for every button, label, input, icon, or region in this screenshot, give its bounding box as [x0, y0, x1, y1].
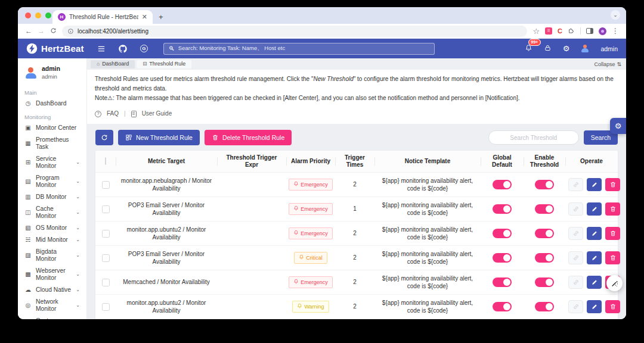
close-button[interactable] — [25, 13, 31, 18]
edit-button[interactable] — [587, 251, 602, 264]
enable-threshold-toggle[interactable] — [535, 180, 554, 189]
browser-menu-icon[interactable]: ⋮ — [612, 27, 619, 35]
gitee-icon[interactable]: G — [140, 45, 148, 52]
sidebar-user[interactable]: adminadmin — [18, 62, 86, 85]
global-default-toggle[interactable] — [493, 277, 512, 287]
minimize-button[interactable] — [35, 13, 41, 18]
bookmark-star-icon[interactable]: ☆ — [532, 27, 540, 35]
select-all-checkbox[interactable] — [105, 157, 106, 165]
browser-profile-avatar[interactable] — [599, 27, 606, 35]
extensions-puzzle-icon[interactable] — [568, 26, 575, 36]
github-icon[interactable] — [119, 45, 127, 53]
notifications-bell-icon[interactable]: 99+ — [525, 43, 532, 54]
user-avatar[interactable] — [581, 45, 589, 53]
sidebar-item-bigdata-monitor[interactable]: ▨Bigdata Monitor⌄ — [18, 246, 86, 265]
username-label[interactable]: admin — [600, 45, 618, 52]
link-button[interactable] — [568, 251, 583, 264]
enable-threshold-cell — [524, 276, 565, 289]
link-button[interactable] — [568, 300, 583, 313]
sidebar-item-os-monitor[interactable]: ▧OS Monitor⌄ — [18, 222, 86, 234]
hertzbeat-brand[interactable]: HertzBeat — [26, 43, 84, 54]
global-default-toggle[interactable] — [493, 302, 512, 311]
link-button[interactable] — [568, 202, 583, 216]
settings-gear-icon[interactable]: ⚙ — [563, 45, 570, 52]
edit-button[interactable] — [587, 202, 602, 216]
new-threshold-button[interactable]: New Threshold Rule — [118, 130, 200, 145]
global-default-toggle[interactable] — [493, 204, 512, 214]
delete-button[interactable] — [605, 202, 620, 216]
faq-link[interactable]: FAQ — [107, 109, 119, 119]
side-panel-icon[interactable] — [586, 28, 593, 34]
menu-fold-icon[interactable] — [97, 45, 106, 53]
sidebar-item-program-monitor[interactable]: ▤Program Monitor⌄ — [18, 172, 86, 191]
enable-threshold-toggle[interactable] — [535, 204, 554, 214]
row-checkbox[interactable] — [102, 254, 110, 262]
global-default-toggle[interactable] — [493, 229, 512, 238]
delete-button[interactable] — [605, 300, 620, 313]
global-default-toggle[interactable] — [493, 180, 512, 189]
extension-icon-c[interactable]: C — [558, 27, 562, 35]
refresh-button[interactable] — [95, 130, 113, 145]
global-default-cell — [481, 202, 524, 216]
address-bar[interactable]: localhost:4200/alert/setting — [62, 26, 527, 37]
browser-tab[interactable]: H Threshold Rule - HertzBeat ✕ — [52, 10, 153, 24]
enable-threshold-cell — [524, 178, 565, 191]
search-threshold-input[interactable] — [488, 130, 579, 145]
edit-button[interactable] — [587, 227, 602, 240]
trigger-times-cell: 2 — [335, 227, 374, 239]
tab-search-chevron-icon[interactable]: ⌄ — [611, 10, 620, 20]
sidebar-item-monitor-center[interactable]: ▣Monitor Center — [18, 122, 86, 134]
sidebar-item-service-monitor[interactable]: ⊞Service Monitor⌄ — [18, 153, 86, 172]
sidebar-item-db-monitor[interactable]: ▥DB Monitor⌄ — [18, 191, 86, 203]
back-icon[interactable]: ← — [25, 27, 32, 35]
delete-button[interactable] — [605, 227, 620, 240]
sidebar-item-cache-monitor[interactable]: ◫Cache Monitor⌄ — [18, 203, 86, 222]
reload-icon[interactable] — [50, 27, 57, 35]
operate-cell — [565, 250, 623, 266]
row-checkbox[interactable] — [102, 279, 110, 286]
priority-label: Warning — [304, 303, 324, 310]
new-tab-button[interactable]: + — [159, 13, 163, 21]
delete-threshold-button[interactable]: Delete Threshold Rule — [205, 130, 292, 145]
enable-threshold-toggle[interactable] — [535, 302, 554, 311]
collapse-control[interactable]: Collapse ⇅ — [594, 61, 621, 67]
link-button[interactable] — [568, 178, 583, 191]
edit-button[interactable] — [587, 178, 602, 191]
row-select-cell — [95, 228, 116, 239]
magic-wand-button[interactable] — [606, 275, 623, 291]
sidebar-item-dashboard[interactable]: ◷DashBoard — [18, 98, 86, 110]
tab-close-icon[interactable]: ✕ — [142, 13, 147, 21]
delete-button[interactable] — [605, 178, 620, 191]
breadcrumb-tab-threshold-rule[interactable]: ⊟Threshold Rule — [137, 60, 191, 68]
enable-threshold-toggle[interactable] — [535, 253, 554, 263]
row-checkbox[interactable] — [102, 205, 110, 213]
site-info-icon[interactable] — [67, 28, 74, 35]
user-guide-link[interactable]: User Guide — [142, 109, 172, 119]
sidebar-item-custom-monitor[interactable]: ◰Custom Monitor⌄ — [18, 315, 86, 319]
enable-threshold-toggle[interactable] — [535, 277, 554, 287]
row-checkbox[interactable] — [102, 303, 110, 311]
sidebar-item-cloud-native[interactable]: ☁Cloud Native⌄ — [18, 284, 86, 296]
sidebar-item-mid-monitor[interactable]: ☵Mid Monitor⌄ — [18, 234, 86, 246]
zoom-button[interactable] — [45, 13, 51, 18]
home-icon: ⌂ — [97, 61, 100, 67]
alarm-priority-cell: Warning — [286, 299, 335, 314]
sidebar-item-network-monitor[interactable]: ◎Network Monitor⌄ — [18, 296, 86, 315]
delete-button[interactable] — [605, 251, 620, 264]
edit-button[interactable] — [587, 276, 602, 289]
breadcrumb-tab-dashboard[interactable]: ⌂DashBoard — [91, 60, 135, 68]
sidebar-item-webserver-monitor[interactable]: ▩Webserver Monitor⌄ — [18, 265, 86, 284]
table-settings-gear-button[interactable]: ⚙ — [610, 118, 626, 134]
link-button[interactable] — [568, 227, 583, 240]
row-checkbox[interactable] — [102, 230, 110, 238]
enable-threshold-toggle[interactable] — [535, 229, 554, 238]
link-button[interactable] — [568, 276, 583, 289]
lock-icon[interactable] — [544, 43, 552, 54]
global-search-input[interactable]: 🔍︎ Search: Monitoring Task: Name、 Host e… — [163, 43, 435, 55]
extension-icon-pink[interactable]: ⠿ — [545, 27, 552, 35]
sidebar-item-prometheus-task[interactable]: ▦Prometheus Task — [18, 134, 86, 153]
edit-button[interactable] — [587, 300, 602, 313]
row-checkbox[interactable] — [102, 181, 110, 189]
global-default-toggle[interactable] — [493, 253, 512, 263]
forward-icon[interactable]: → — [38, 27, 45, 35]
